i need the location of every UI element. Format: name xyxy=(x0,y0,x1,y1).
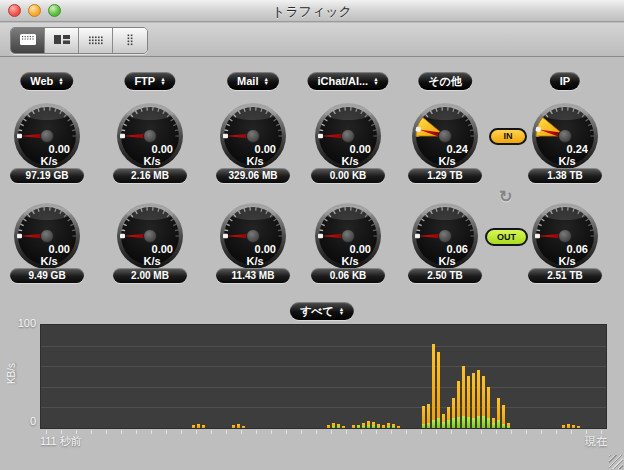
y-axis-label: KB/s xyxy=(6,354,17,394)
in-traffic-bar xyxy=(232,425,235,428)
column-selector-label: Web xyxy=(30,75,53,87)
total-in: 329.06 MB xyxy=(216,168,290,183)
x-tick xyxy=(556,430,557,434)
x-tick xyxy=(286,430,287,434)
x-tick xyxy=(181,430,182,434)
traffic-column-4: iChat/AI... ▲▼ 0.00K/s 0.00 KB 0.00K/s 0… xyxy=(310,72,386,287)
svg-text:0.24: 0.24 xyxy=(567,143,589,155)
total-in: 0.00 KB xyxy=(311,168,385,183)
x-tick xyxy=(301,430,302,434)
svg-text:0.06: 0.06 xyxy=(447,243,468,255)
out-traffic-bar xyxy=(372,425,375,428)
in-traffic-bar xyxy=(577,426,580,428)
updown-arrows-icon: ▲▼ xyxy=(339,307,344,315)
x-tick xyxy=(451,430,452,434)
chart-plot xyxy=(40,324,607,429)
svg-text:K/s: K/s xyxy=(40,155,57,167)
out-traffic-bar xyxy=(457,417,460,428)
svg-text:0.00: 0.00 xyxy=(350,143,371,155)
column-selector[interactable]: Mail ▲▼ xyxy=(227,72,279,90)
out-traffic-bar xyxy=(427,423,430,428)
gauge-columns: Web ▲▼ 0.00K/s 97.19 GB 0.00K/s 9.49 GB … xyxy=(0,0,624,300)
x-tick xyxy=(106,430,107,434)
out-traffic-bar xyxy=(452,418,455,428)
gauge-out: 0.06K/s xyxy=(531,202,599,270)
app-window: トラフィック xyxy=(0,0,624,470)
in-traffic-bar xyxy=(567,424,570,428)
out-traffic-bar xyxy=(507,426,510,428)
gauge-in: 0.00K/s xyxy=(116,102,184,170)
x-tick xyxy=(511,430,512,434)
x-tick xyxy=(376,430,377,434)
total-out: 2.00 MB xyxy=(113,268,187,283)
out-traffic-bar xyxy=(357,426,360,428)
svg-text:K/s: K/s xyxy=(558,255,575,267)
column-selector-label: IP xyxy=(560,75,570,87)
x-tick xyxy=(166,430,167,434)
out-traffic-bar xyxy=(472,418,475,428)
x-tick xyxy=(391,430,392,434)
out-traffic-bar xyxy=(442,422,445,428)
column-selector[interactable]: iChat/AI... ▲▼ xyxy=(307,72,388,90)
svg-text:0.06: 0.06 xyxy=(567,243,588,255)
in-traffic-bar xyxy=(192,425,195,428)
svg-text:0.00: 0.00 xyxy=(350,243,371,255)
total-out: 11.43 MB xyxy=(216,268,290,283)
traffic-column-6: IP ▲▼ 0.24K/s 1.38 TB 0.06K/s 2.51 TB xyxy=(527,72,603,287)
out-traffic-bar xyxy=(482,416,485,428)
in-traffic-bar xyxy=(432,344,435,428)
x-tick xyxy=(571,430,572,434)
column-selector: その他 ▲▼ xyxy=(418,72,472,90)
column-selector[interactable]: FTP ▲▼ xyxy=(124,72,175,90)
x-tick xyxy=(91,430,92,434)
x-tick xyxy=(226,430,227,434)
out-traffic-bar xyxy=(497,420,500,428)
svg-text:K/s: K/s xyxy=(558,155,575,167)
gauge-out: 0.06K/s xyxy=(411,202,479,270)
chart-filter-dropdown[interactable]: すべて ▲▼ xyxy=(290,302,354,320)
gridline xyxy=(41,407,606,408)
out-traffic-bar xyxy=(467,417,470,428)
total-in: 1.29 TB xyxy=(408,168,482,183)
total-out: 2.51 TB xyxy=(528,268,602,283)
in-traffic-bar xyxy=(327,425,330,428)
out-traffic-bar xyxy=(362,426,365,428)
updown-arrows-icon: ▲▼ xyxy=(373,77,378,85)
in-traffic-bar xyxy=(562,425,565,428)
in-traffic-bar xyxy=(437,352,440,428)
updown-arrows-icon: ▲▼ xyxy=(263,77,268,85)
svg-text:0.00: 0.00 xyxy=(255,143,276,155)
x-tick xyxy=(316,430,317,434)
x-tick xyxy=(211,430,212,434)
svg-text:K/s: K/s xyxy=(246,155,263,167)
x-tick xyxy=(256,430,257,434)
gridline xyxy=(41,366,606,367)
x-tick xyxy=(406,430,407,434)
x-tick xyxy=(541,430,542,434)
traffic-column-5: その他 ▲▼ 0.24K/s 1.29 TB 0.06K/s 2.50 TB xyxy=(407,72,483,287)
in-traffic-bar xyxy=(242,426,245,428)
out-traffic-bar xyxy=(377,426,380,428)
column-selector[interactable]: Web ▲▼ xyxy=(20,72,73,90)
x-tick xyxy=(346,430,347,434)
svg-text:K/s: K/s xyxy=(246,255,263,267)
column-selector-label: iChat/AI... xyxy=(317,75,368,87)
column-selector: IP ▲▼ xyxy=(550,72,580,90)
total-in: 2.16 MB xyxy=(113,168,187,183)
svg-text:0.00: 0.00 xyxy=(49,243,70,255)
chart-x-ticks xyxy=(40,430,607,435)
column-selector-label: FTP xyxy=(134,75,155,87)
x-tick xyxy=(151,430,152,434)
refresh-icon[interactable]: ↻ xyxy=(499,187,512,206)
x-axis-left-label: 111 秒前 xyxy=(40,434,82,449)
resize-grip[interactable] xyxy=(609,455,623,469)
svg-text:K/s: K/s xyxy=(143,255,160,267)
gauge-in: 0.00K/s xyxy=(314,102,382,170)
traffic-column-1: Web ▲▼ 0.00K/s 97.19 GB 0.00K/s 9.49 GB xyxy=(9,72,85,287)
in-traffic-bar xyxy=(237,424,240,428)
out-traffic-bar xyxy=(437,418,440,428)
gauge-in: 0.00K/s xyxy=(219,102,287,170)
in-traffic-bar xyxy=(197,424,200,428)
x-axis-right-label: 現在 xyxy=(585,434,607,449)
x-tick xyxy=(421,430,422,434)
